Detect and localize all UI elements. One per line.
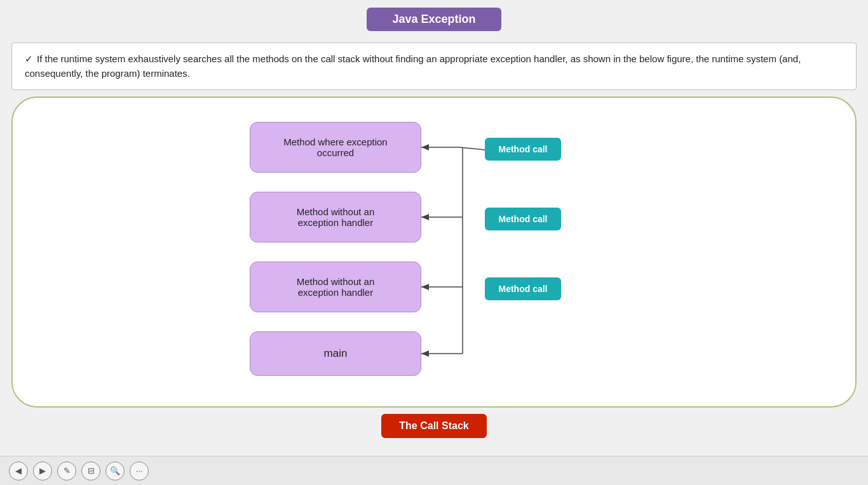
- check-icon: ✓: [25, 53, 33, 64]
- box-method-no-handler-1: Method without anexception handler: [250, 192, 421, 242]
- nav-more[interactable]: ···: [130, 462, 149, 481]
- page-title: Java Exception: [367, 8, 501, 31]
- method-call-2: Method call: [485, 208, 561, 230]
- nav-next[interactable]: ▶: [33, 462, 52, 481]
- caption-area: The Call Stack: [0, 414, 868, 438]
- box-method-exception: Method where exceptionoccurred: [250, 122, 421, 173]
- method-call-3: Method call: [485, 277, 561, 300]
- svg-marker-5: [421, 214, 429, 220]
- method-call-1: Method call: [485, 138, 561, 161]
- nav-zoom[interactable]: 🔍: [105, 462, 125, 481]
- nav-bar: ◀ ▶ ✎ ⊟ 🔍 ···: [0, 456, 868, 485]
- nav-prev[interactable]: ◀: [9, 462, 28, 481]
- svg-marker-2: [421, 144, 429, 150]
- caption-box: The Call Stack: [381, 414, 486, 438]
- svg-line-1: [459, 147, 485, 150]
- nav-edit[interactable]: ✎: [57, 462, 76, 481]
- diagram-inner: Method where exceptionoccurred Method wi…: [237, 109, 631, 395]
- info-box: ✓If the runtime system exhaustively sear…: [11, 43, 857, 90]
- box-main: main: [250, 331, 421, 376]
- box-method-no-handler-2: Method without anexception handler: [250, 262, 421, 312]
- info-text: If the runtime system exhaustively searc…: [25, 53, 801, 79]
- title-bar: Java Exception: [0, 0, 868, 37]
- nav-save[interactable]: ⊟: [81, 462, 100, 481]
- svg-marker-8: [421, 284, 429, 290]
- svg-marker-11: [421, 350, 429, 357]
- diagram-container: Method where exceptionoccurred Method wi…: [11, 96, 857, 408]
